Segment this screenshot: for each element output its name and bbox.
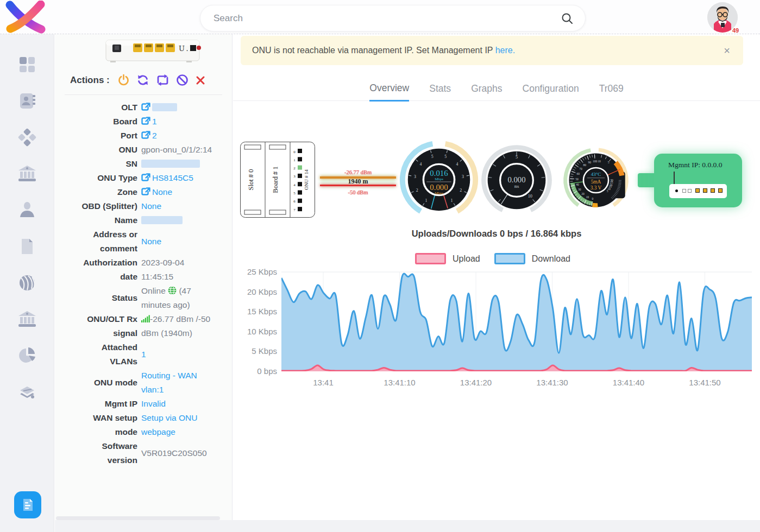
- detail-label: Port: [73, 129, 137, 143]
- detail-link[interactable]: Invalid: [141, 399, 166, 408]
- alert-link[interactable]: here.: [495, 46, 515, 55]
- open-link-icon[interactable]: [141, 103, 150, 111]
- upload-legend-label[interactable]: Upload: [453, 254, 480, 264]
- tab-tr069[interactable]: Tr069: [599, 83, 624, 100]
- notes-button[interactable]: [14, 491, 41, 518]
- bank-icon: [17, 164, 37, 183]
- sidebar-item-network[interactable]: [17, 273, 37, 293]
- sidebar-item-users[interactable]: [17, 200, 37, 220]
- search-input[interactable]: [200, 13, 561, 24]
- tab-overview[interactable]: Overview: [369, 83, 409, 102]
- sidebar-item-documents[interactable]: [17, 237, 37, 256]
- detail-label: Status: [73, 291, 137, 305]
- upload-swatch[interactable]: [415, 253, 446, 264]
- svg-text:40: 40: [576, 183, 579, 186]
- sidebar-item-contacts[interactable]: [17, 91, 37, 111]
- download-swatch[interactable]: [494, 253, 525, 264]
- detail-label: SN: [73, 157, 137, 171]
- open-link-icon[interactable]: [141, 131, 150, 140]
- alert-close-icon[interactable]: ×: [724, 45, 743, 57]
- svg-text:0: 0: [592, 197, 594, 200]
- detail-value: None: [137, 235, 213, 249]
- brand-logo[interactable]: [3, 1, 48, 34]
- svg-text:3.3 V: 3.3 V: [591, 185, 602, 191]
- svg-text:5: 5: [607, 189, 608, 193]
- detail-link[interactable]: Routing - WAN vlan:1: [141, 371, 197, 394]
- refresh-button[interactable]: [136, 74, 149, 86]
- svg-text:Board # 1: Board # 1: [272, 166, 279, 193]
- detail-link[interactable]: HS8145C5: [152, 173, 193, 182]
- svg-text:13:41:40: 13:41:40: [613, 378, 644, 387]
- horizontal-scrollbar[interactable]: [56, 516, 220, 520]
- document-icon: [18, 237, 36, 256]
- sidebar-item-olt[interactable]: [17, 164, 37, 183]
- tab-configuration[interactable]: Configuration: [523, 83, 579, 100]
- contacts-icon: [18, 92, 36, 110]
- svg-text:1: 1: [425, 198, 428, 203]
- detail-row: Address or commentNone: [55, 227, 233, 256]
- detail-label: ONU Type: [73, 171, 137, 185]
- detail-value: HS8145C5: [137, 171, 213, 185]
- detail-link[interactable]: None: [141, 201, 161, 211]
- top-header: 49: [0, 0, 760, 34]
- sidebar-item-components[interactable]: [17, 128, 37, 147]
- svg-text:1: 1: [293, 158, 296, 162]
- svg-text:Slot # 0: Slot # 0: [247, 169, 255, 191]
- tab-stats[interactable]: Stats: [429, 83, 451, 100]
- sidebar-item-institution[interactable]: [17, 309, 37, 329]
- alert-banner: ONU is not reachable via management IP. …: [241, 36, 743, 65]
- open-link-icon[interactable]: [141, 173, 150, 182]
- detail-link[interactable]: None: [141, 237, 161, 246]
- detail-value: Online (47 minutes ago): [137, 284, 213, 312]
- svg-text:3: 3: [293, 174, 296, 179]
- power-button[interactable]: [117, 74, 130, 86]
- detail-label: Authorization date: [73, 256, 137, 284]
- detail-row: ONUgpon-onu_0/1/2:14: [55, 143, 233, 157]
- detail-link[interactable]: 1: [141, 350, 146, 359]
- detail-label: OBD (Splitter): [73, 199, 137, 213]
- actions-label: Actions :: [70, 75, 110, 86]
- detail-link[interactable]: Setup via ONU webpage: [141, 413, 197, 436]
- tab-graphs[interactable]: Graphs: [471, 83, 502, 100]
- detail-value: [137, 157, 213, 171]
- detail-link[interactable]: 1: [152, 117, 157, 126]
- delete-button[interactable]: [195, 75, 206, 86]
- download-legend-label[interactable]: Download: [532, 254, 570, 264]
- user-icon: [18, 201, 36, 219]
- online-globe-icon: [168, 286, 177, 295]
- sidebar-item-dashboard[interactable]: [17, 55, 37, 74]
- svg-text:Mbps: Mbps: [435, 177, 443, 181]
- detail-link[interactable]: None: [152, 187, 172, 197]
- disable-button[interactable]: [176, 74, 189, 86]
- sidebar-item-reports[interactable]: [17, 346, 37, 365]
- svg-text:3: 3: [462, 174, 464, 179]
- distance-label: 1940 m: [320, 178, 396, 185]
- search-icon[interactable]: [561, 12, 573, 24]
- mgmt-connector: [638, 173, 656, 187]
- open-link-icon[interactable]: [141, 117, 150, 125]
- svg-text:25 Kbps: 25 Kbps: [247, 267, 277, 276]
- svg-text:3: 3: [414, 174, 416, 179]
- mgmt-ip-box: Mgmnt IP: 0.0.0.0: [654, 154, 742, 207]
- notification-badge[interactable]: 49: [732, 27, 739, 34]
- detail-link[interactable]: 2: [152, 131, 157, 140]
- svg-text:7: 7: [293, 208, 296, 212]
- actions-bar: Actions :: [70, 74, 206, 86]
- svg-text:60: 60: [576, 172, 580, 175]
- open-link-icon[interactable]: [141, 187, 150, 196]
- resync-button[interactable]: [156, 74, 169, 86]
- detail-row: ONU TypeHS8145C5: [55, 171, 233, 185]
- detail-row: Authorization date2023-09-04 11:45:15: [55, 256, 233, 284]
- detail-value: 2023-09-04 11:45:15: [137, 256, 213, 284]
- detail-row: ONU modeRouting - WAN vlan:1: [55, 369, 233, 397]
- detail-label: OLT: [73, 100, 137, 115]
- detail-label: Software version: [73, 439, 137, 467]
- svg-text:0.000: 0.000: [430, 183, 448, 192]
- globe-icon: [18, 274, 36, 292]
- svg-text:1: 1: [451, 198, 453, 203]
- dashboard-icon: [18, 55, 36, 74]
- sidebar-item-layers[interactable]: [17, 382, 37, 402]
- detail-text: 2023-09-04 11:45:15: [141, 258, 184, 281]
- svg-text:4: 4: [419, 162, 422, 167]
- svg-text:0 bps: 0 bps: [257, 366, 277, 376]
